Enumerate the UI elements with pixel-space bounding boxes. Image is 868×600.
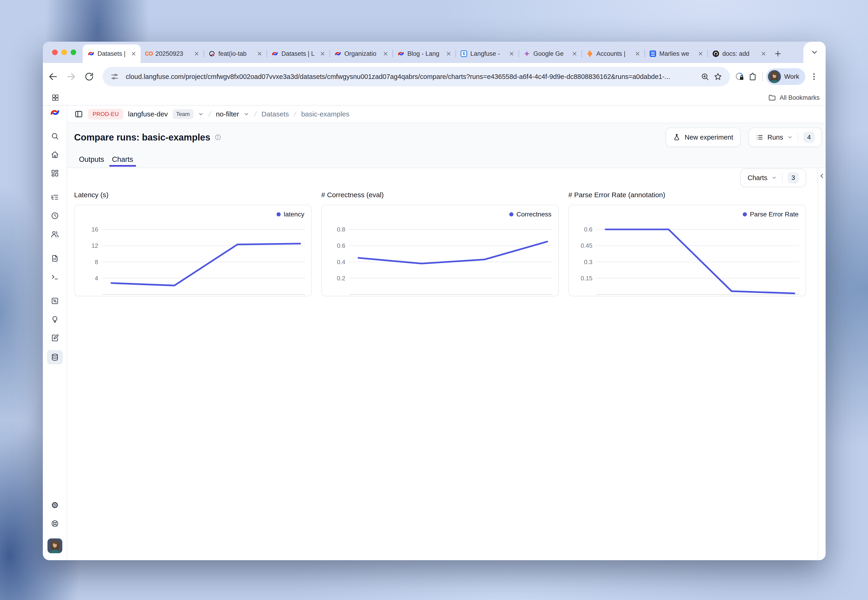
back-button[interactable] bbox=[47, 70, 59, 83]
tab-close-icon[interactable] bbox=[382, 50, 389, 57]
breadcrumb-dataset-link[interactable]: basic-examples bbox=[301, 110, 349, 118]
sidebar-item-settings[interactable] bbox=[47, 498, 63, 512]
sidebar-item-tracing[interactable] bbox=[47, 191, 63, 204]
browser-tab[interactable]: Accounts | bbox=[581, 44, 645, 63]
forward-button[interactable] bbox=[65, 70, 77, 83]
breadcrumb-separator: / bbox=[253, 110, 257, 118]
charts-selector-label: Charts bbox=[748, 174, 767, 182]
browser-tab[interactable]: docs: add bbox=[707, 44, 771, 63]
chart-block: # Parse Error Rate (annotation)Parse Err… bbox=[568, 191, 806, 296]
profile-chip[interactable]: Work bbox=[766, 68, 805, 85]
tab-strip: Datasets | LCO20250923feat(io-tabDataset… bbox=[43, 42, 826, 63]
all-bookmarks[interactable]: All Bookmarks bbox=[768, 94, 819, 102]
langfuse-favicon bbox=[334, 50, 341, 58]
sidebar-item-playground[interactable] bbox=[47, 270, 63, 283]
breadcrumb-datasets-link[interactable]: Datasets bbox=[261, 110, 289, 118]
chart-heading: # Correctness (eval) bbox=[321, 191, 559, 199]
tab-close-icon[interactable] bbox=[319, 50, 326, 57]
collapse-panel-button[interactable] bbox=[818, 171, 826, 180]
organization-name[interactable]: langfuse-dev bbox=[128, 110, 168, 118]
tab-outputs[interactable]: Outputs bbox=[76, 152, 107, 168]
github-favicon bbox=[712, 50, 719, 58]
sidebar-item-sessions[interactable] bbox=[47, 209, 63, 222]
coderabbit-favicon: CO bbox=[145, 50, 153, 58]
tab-close-icon[interactable] bbox=[697, 50, 704, 57]
user-avatar[interactable] bbox=[47, 538, 62, 553]
tab-search-button[interactable] bbox=[809, 48, 820, 56]
browser-tab[interactable]: Blog - Lang bbox=[393, 44, 455, 63]
langfuse-favicon bbox=[397, 50, 405, 58]
charts-selector-button[interactable]: Charts 3 bbox=[740, 168, 806, 187]
runs-button[interactable]: Runs 4 bbox=[748, 127, 822, 147]
tab-title: 20250923 bbox=[155, 50, 191, 58]
site-settings-icon[interactable] bbox=[108, 70, 121, 83]
environment-badge[interactable]: PROD-EU bbox=[88, 109, 123, 120]
chart-block: # Correctness (eval)Correctness0.20.40.6… bbox=[321, 191, 559, 296]
tab-close-icon[interactable] bbox=[131, 50, 137, 57]
sidebar-item-insights[interactable] bbox=[47, 313, 63, 326]
info-icon[interactable] bbox=[214, 134, 222, 141]
tab-title: Datasets | L bbox=[97, 50, 127, 58]
sidebar-item-search[interactable] bbox=[47, 130, 63, 142]
sidebar-item-evaluation[interactable] bbox=[47, 294, 63, 308]
tab-close-icon[interactable] bbox=[508, 50, 515, 57]
sidebar-item-dashboard[interactable] bbox=[47, 167, 63, 180]
browser-tab[interactable]: Google Ge bbox=[519, 44, 581, 63]
right-panel-strip bbox=[818, 168, 826, 560]
bookmark-star-icon[interactable] bbox=[712, 70, 724, 83]
sidebar-item-annotation[interactable] bbox=[47, 332, 63, 344]
reload-button[interactable] bbox=[83, 70, 96, 83]
page-header: Compare runs: basic-examples New experim… bbox=[67, 123, 826, 168]
tab-close-icon[interactable] bbox=[571, 50, 578, 57]
tab-title: Google Ge bbox=[533, 50, 569, 58]
tab-title: Langfuse - bbox=[470, 50, 505, 58]
browser-tab[interactable]: feat(io-tab bbox=[203, 44, 267, 63]
sidebar-item-datasets[interactable] bbox=[47, 350, 63, 364]
url-text[interactable]: cloud.langfuse.com/project/cmfwgv8fx002o… bbox=[126, 73, 694, 80]
sidebar-item-support[interactable] bbox=[47, 517, 63, 530]
tab-close-icon[interactable] bbox=[634, 50, 641, 57]
svg-text:0.8: 0.8 bbox=[337, 226, 345, 233]
url-bar[interactable]: cloud.langfuse.com/project/cmfwgv8fx002o… bbox=[103, 67, 730, 86]
chart-card: Parse Error Rate0.150.30.450.6 bbox=[568, 205, 806, 296]
langfuse-logo[interactable] bbox=[50, 108, 60, 118]
org-type-badge: Team bbox=[173, 109, 194, 119]
chart-block: Latency (s)latency481216 bbox=[74, 191, 312, 296]
project-chevron-icon[interactable] bbox=[244, 111, 249, 117]
sidebar-toggle-icon[interactable] bbox=[74, 109, 83, 119]
svg-text:4: 4 bbox=[95, 275, 98, 282]
browser-tab[interactable]: Organizatio bbox=[329, 44, 393, 63]
zoom-window-button[interactable] bbox=[71, 50, 76, 55]
browser-tab[interactable]: Datasets | L bbox=[267, 44, 329, 63]
charts-count-badge: 3 bbox=[788, 172, 799, 183]
sidebar-item-home[interactable] bbox=[47, 148, 63, 161]
tab-close-icon[interactable] bbox=[256, 50, 263, 57]
zoom-in-icon[interactable] bbox=[698, 70, 712, 83]
breadcrumb-separator: / bbox=[293, 110, 297, 118]
close-window-button[interactable] bbox=[52, 50, 58, 55]
orange-gem-favicon bbox=[586, 50, 593, 58]
browser-menu-icon[interactable] bbox=[807, 70, 821, 83]
browser-tab[interactable]: 6Langfuse - bbox=[455, 44, 519, 63]
new-experiment-button[interactable]: New experiment bbox=[666, 127, 741, 147]
org-chevron-icon[interactable] bbox=[198, 111, 203, 117]
tab-charts[interactable]: Charts bbox=[109, 152, 136, 168]
extensions-icon[interactable] bbox=[746, 70, 759, 83]
page-title: Compare runs: basic-examples bbox=[74, 132, 210, 142]
new-tab-button[interactable] bbox=[771, 46, 785, 61]
tab-close-icon[interactable] bbox=[445, 50, 452, 57]
chart-heading: Latency (s) bbox=[74, 191, 312, 199]
tab-close-icon[interactable] bbox=[760, 50, 767, 57]
project-name[interactable]: no-filter bbox=[216, 110, 239, 118]
privacy-icon[interactable] bbox=[733, 70, 746, 83]
svg-text:0.45: 0.45 bbox=[581, 242, 592, 249]
minimize-window-button[interactable] bbox=[61, 50, 67, 55]
browser-tab[interactable]: CO20250923 bbox=[141, 44, 203, 63]
tab-close-icon[interactable] bbox=[193, 50, 200, 57]
browser-tab[interactable]: Marlies we bbox=[645, 44, 707, 63]
chart-card: Correctness0.20.40.60.8 bbox=[321, 205, 559, 296]
sidebar-item-prompts[interactable] bbox=[47, 252, 63, 265]
sidebar-item-users[interactable] bbox=[47, 228, 63, 241]
apps-grid-icon[interactable] bbox=[49, 91, 62, 104]
browser-tab[interactable]: Datasets | L bbox=[83, 44, 141, 63]
